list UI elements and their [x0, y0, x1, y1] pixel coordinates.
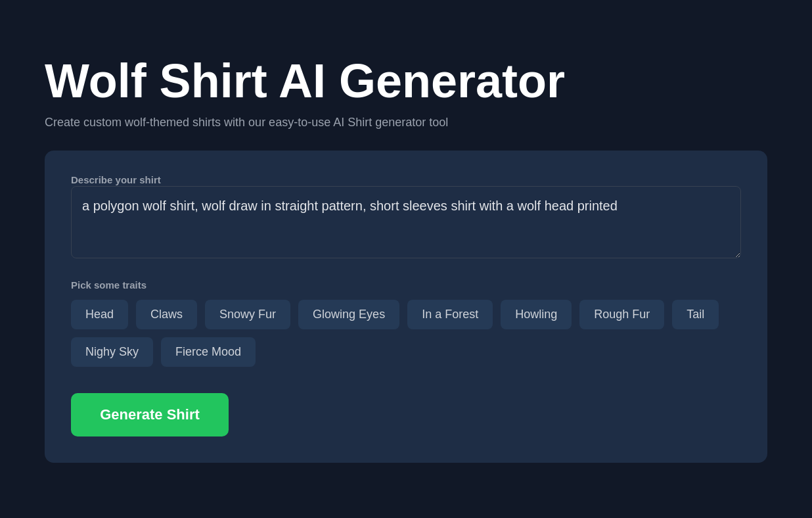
- trait-badge-glowing-eyes[interactable]: Glowing Eyes: [298, 300, 399, 329]
- page-title: Wolf Shirt AI Generator: [45, 55, 767, 107]
- generate-button[interactable]: Generate Shirt: [71, 393, 229, 436]
- page-wrapper: Wolf Shirt AI Generator Create custom wo…: [45, 55, 767, 462]
- trait-badge-claws[interactable]: Claws: [136, 300, 197, 329]
- trait-badge-nighy-sky[interactable]: Nighy Sky: [71, 337, 153, 367]
- traits-section: Pick some traits HeadClawsSnowy FurGlowi…: [71, 279, 741, 367]
- trait-badge-snowy-fur[interactable]: Snowy Fur: [205, 300, 290, 329]
- describe-label: Describe your shirt: [71, 174, 161, 185]
- trait-badge-tail[interactable]: Tail: [672, 300, 719, 329]
- traits-label: Pick some traits: [71, 279, 741, 291]
- trait-badge-in-a-forest[interactable]: In a Forest: [407, 300, 493, 329]
- traits-grid: HeadClawsSnowy FurGlowing EyesIn a Fores…: [71, 300, 741, 367]
- generator-card: Describe your shirt Pick some traits Hea…: [45, 151, 767, 463]
- trait-badge-head[interactable]: Head: [71, 300, 128, 329]
- trait-badge-howling[interactable]: Howling: [501, 300, 572, 329]
- trait-badge-fierce-mood[interactable]: Fierce Mood: [161, 337, 256, 367]
- page-subtitle: Create custom wolf-themed shirts with ou…: [45, 116, 767, 130]
- trait-badge-rough-fur[interactable]: Rough Fur: [579, 300, 664, 329]
- describe-textarea[interactable]: [71, 186, 741, 258]
